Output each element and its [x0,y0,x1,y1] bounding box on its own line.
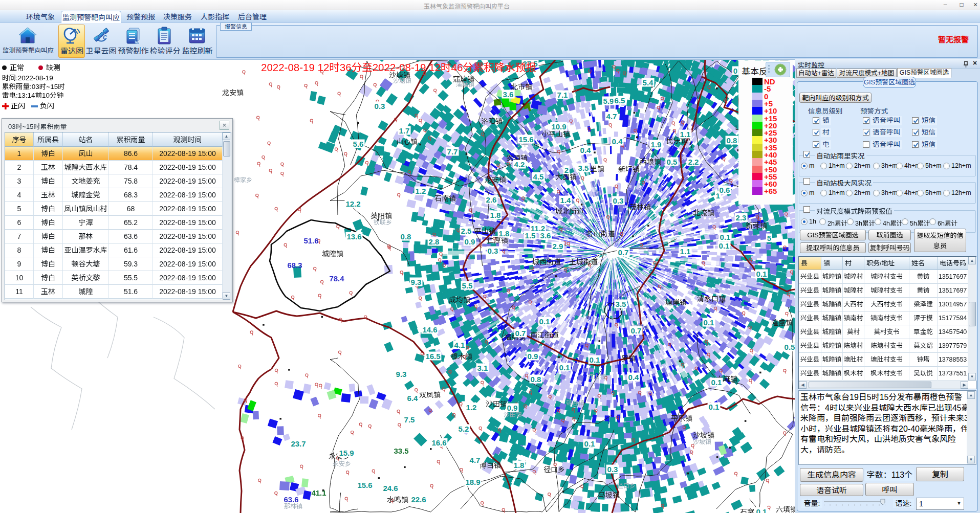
svg-text:C: C [103,34,107,40]
